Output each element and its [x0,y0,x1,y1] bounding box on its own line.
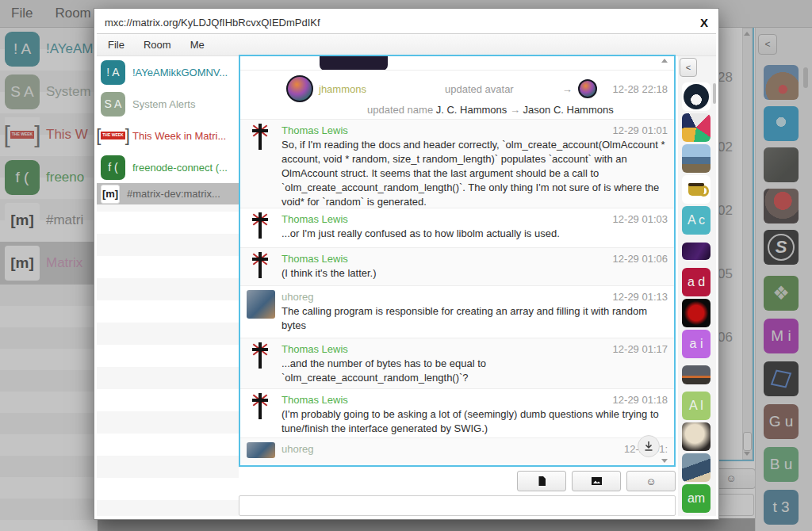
thomas-lewis-avatar[interactable] [247,212,274,239]
jhammons-avatar[interactable] [286,75,313,102]
partial-image-message[interactable] [240,56,674,71]
message-text: ...or I'm just really confused as to how… [282,227,668,241]
matrix-logo-avatar: [m] [101,185,120,204]
room-label: !AYeAMikkGOMNV... [132,67,228,78]
attach-file-button[interactable] [517,471,566,491]
smiley-icon: ☺ [645,476,656,487]
sender-name[interactable]: Thomas Lewis [282,124,348,137]
emoji-button[interactable]: ☺ [626,471,676,491]
state-detail-label: updated name [367,104,433,116]
old-display-name: J. C. Hammons [436,104,508,116]
close-icon[interactable]: X [700,16,708,29]
message-row-partial: uhoreg12-29 01: [240,438,674,464]
this-week-in-matrix-icon: [THE WEEK] [101,124,125,148]
arrow-icon: → [562,83,573,95]
timestamp: 12-29 01:03 [613,212,668,226]
room-label: System Alerts [132,98,195,110]
attach-image-button[interactable] [572,471,621,491]
sender-name[interactable]: uhoreg [282,442,313,456]
sender-name[interactable]: Thomas Lewis [282,342,348,356]
timestamp: 12-29 01:01 [613,124,668,137]
message-row: Thomas Lewis12-29 01:18 (I'm probably go… [240,389,674,438]
scroll-up-icon[interactable] [661,59,668,63]
sender-name[interactable]: jhammons [319,83,366,95]
timestamp: 12-29 01:18 [613,393,668,407]
member-scrollbar-thumb[interactable] [713,83,716,104]
member-avatar-sunset-photo[interactable] [682,365,710,384]
window-titlebar[interactable]: mxc://matrix.org/KyLDJQfIHbRcvxQIEDmPdIK… [97,11,716,34]
screen: File Room Me ! A !AYeAM S A System [THE … [0,0,812,531]
timestamp: 12-29 01:13 [613,290,668,304]
timeline[interactable]: jhammons updated avatar → 12-28 22:18 up… [239,55,676,467]
thomas-lewis-avatar[interactable] [247,393,274,420]
member-avatar-color-mosaic[interactable] [682,113,710,142]
uhoreg-avatar[interactable] [247,290,275,319]
jhammons-new-avatar[interactable] [578,79,597,98]
state-action: updated avatar [445,83,514,95]
sender-name[interactable]: uhoreg [282,290,313,304]
timestamp: 12-28 22:18 [613,83,668,95]
sender-name[interactable]: Thomas Lewis [282,212,348,226]
file-icon [537,476,547,487]
member-avatar-landscape-photo[interactable] [682,144,710,173]
thomas-lewis-avatar[interactable] [247,342,274,369]
member-initials: a d [688,275,705,289]
message-text: So, if I'm reading the docs and header c… [282,138,668,208]
room-item[interactable]: [THE WEEK] This Week in Matri... [97,120,239,151]
message-text: ...and the number of bytes has to be equ… [282,357,668,385]
message-input[interactable] [239,495,676,516]
uhoreg-avatar[interactable] [247,442,275,458]
member-avatar-demon-face[interactable] [682,299,710,327]
thomas-lewis-avatar[interactable] [247,124,274,151]
message-row: Thomas Lewis12-29 01:01 So, if I'm readi… [240,120,674,208]
message-text: (I think it's the latter.) [282,266,668,281]
member-avatar-github-octocat[interactable] [682,82,710,111]
octocat-icon [684,84,709,109]
menu-file[interactable]: File [108,39,124,51]
message-row: uhoreg12-29 01:13 The calling program is… [240,286,674,338]
message-row: Thomas Lewis12-29 01:03 ...or I'm just r… [240,208,674,248]
room-label: This Week in Matri... [132,130,226,142]
room-item[interactable]: f ( freenode-connect (... [97,151,239,183]
image-viewer-window: mxc://matrix.org/KyLDJQfIHbRcvxQIEDmPdIK… [94,8,719,520]
arrow-down-to-line-icon [643,441,654,452]
modal-room-list: ! A !AYeAMikkGOMNV... S A System Alerts … [97,56,239,516]
member-avatar-scream-art[interactable] [682,453,710,482]
member-initials: a i [690,337,703,351]
member-avatar-ai[interactable]: a i [682,330,710,358]
room-avatar: f ( [101,155,125,180]
room-item[interactable]: S A System Alerts [97,88,239,120]
message-row: Thomas Lewis12-29 01:17 ...and the numbe… [240,338,674,389]
member-initials: am [688,491,705,506]
window-title: mxc://matrix.org/KyLDJQfIHbRcvxQIEDmPdIK… [105,17,700,29]
scroll-down-icon[interactable] [661,459,668,463]
room-label: #matrix-dev:matrix... [127,188,220,200]
new-display-name: Jason C. Hammons [523,104,614,116]
member-initials: A c [688,213,705,227]
room-label: freenode-connect (... [132,162,228,174]
room-item-selected[interactable]: [m] #matrix-dev:matrix... [97,183,239,204]
menu-room[interactable]: Room [144,39,171,51]
member-avatar-al[interactable]: A l [682,392,710,420]
message-row: Thomas Lewis12-29 01:06 (I think it's th… [240,248,674,286]
scroll-to-bottom-button[interactable] [638,435,660,457]
image-icon [591,476,603,486]
sender-name[interactable]: Thomas Lewis [282,252,348,266]
menu-me[interactable]: Me [190,39,205,51]
timestamp: 12-29 01:17 [613,342,668,356]
thomas-lewis-avatar[interactable] [247,252,274,279]
member-avatar-coffee-mug[interactable] [682,175,710,204]
room-avatar: S A [101,92,125,117]
sender-name[interactable]: Thomas Lewis [282,393,348,407]
member-panel: < A c a d a i A l am [678,56,716,516]
member-avatar-ac[interactable]: A c [682,206,710,235]
member-avatar-am[interactable]: am [682,484,710,513]
member-avatar-puppy-photo[interactable] [682,422,710,451]
room-item[interactable]: ! A !AYeAMikkGOMNV... [97,56,239,88]
member-avatar-ad[interactable]: a d [682,268,710,296]
mug-icon [688,183,704,196]
collapse-members-button[interactable]: < [680,58,697,77]
member-avatar-purple-banner[interactable] [682,243,710,260]
room-avatar: ! A [101,60,125,85]
attached-image-thumbnail[interactable] [320,56,388,71]
